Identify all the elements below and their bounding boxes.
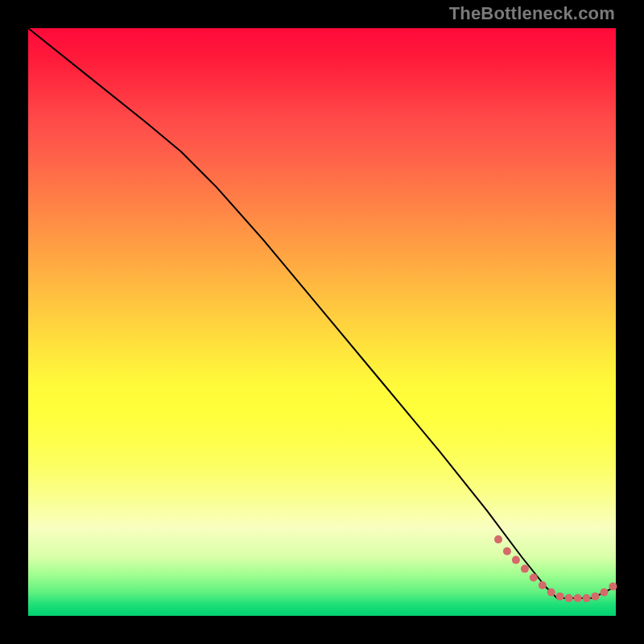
data-point <box>503 547 511 555</box>
watermark-text: TheBottleneck.com <box>449 3 615 24</box>
data-point <box>600 588 608 597</box>
chart-svg <box>28 28 616 616</box>
bottleneck-curve <box>28 28 616 598</box>
data-point <box>565 594 573 602</box>
data-point <box>591 592 599 601</box>
data-point <box>521 565 529 573</box>
data-point <box>574 594 582 602</box>
plot-area <box>28 28 616 616</box>
data-point <box>512 556 520 564</box>
data-point <box>547 588 555 597</box>
chart-container: TheBottleneck.com <box>0 0 644 644</box>
data-point <box>556 592 564 601</box>
data-point <box>583 594 591 602</box>
data-point <box>530 574 538 582</box>
data-point <box>539 581 547 589</box>
data-point <box>494 535 502 543</box>
data-point <box>609 583 617 591</box>
